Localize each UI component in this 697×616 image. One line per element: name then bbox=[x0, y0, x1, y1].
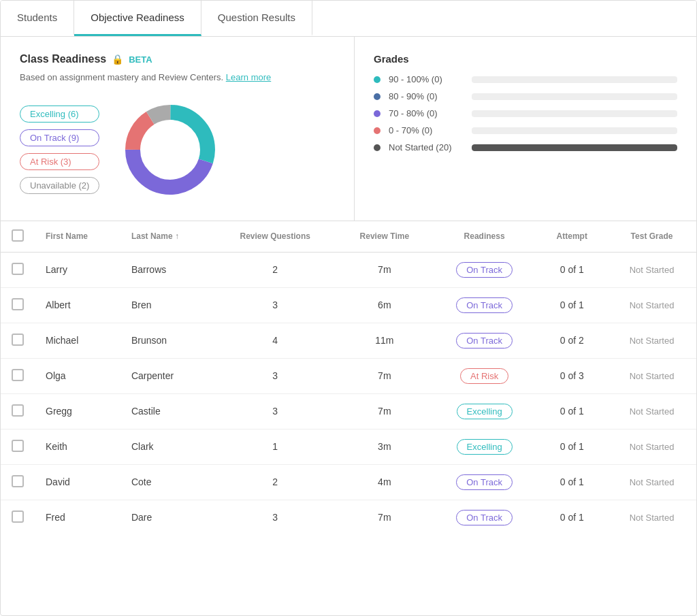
cell-readiness: Excelling bbox=[432, 393, 537, 429]
grade-dot-3 bbox=[374, 127, 380, 134]
grade-dot-2 bbox=[374, 110, 380, 117]
summary-section: Class Readiness 🔒 BETA Based on assignme… bbox=[1, 37, 696, 221]
cell-test-grade: Not Started bbox=[607, 252, 696, 287]
badge-at-risk[interactable]: At Risk (3) bbox=[20, 153, 99, 170]
cell-first-name: Michael bbox=[35, 323, 120, 358]
cell-first-name: Keith bbox=[35, 429, 120, 464]
grade-bar-container-3 bbox=[472, 127, 677, 134]
tab-objective-readiness[interactable]: Objective Readiness bbox=[74, 1, 201, 36]
table-row: Larry Barrows 2 7m On Track 0 of 1 Not S… bbox=[1, 252, 696, 287]
tab-question-results[interactable]: Question Results bbox=[201, 1, 312, 36]
cell-attempt: 0 of 3 bbox=[536, 358, 607, 393]
grade-bar-4 bbox=[472, 144, 677, 151]
learn-more-link[interactable]: Learn more bbox=[226, 72, 271, 82]
cell-last-name: Barrows bbox=[120, 252, 214, 287]
row-checkbox-7[interactable] bbox=[12, 510, 24, 523]
readiness-content: Excelling (6) On Track (9) At Risk (3) U… bbox=[20, 95, 335, 204]
table-header-row: First Name Last Name ↑ Review Questions … bbox=[1, 221, 696, 253]
row-checkbox-cell bbox=[1, 393, 35, 429]
main-container: Students Objective Readiness Question Re… bbox=[0, 0, 697, 616]
cell-review-time: 7m bbox=[337, 393, 432, 429]
badge-excelling[interactable]: Excelling (6) bbox=[20, 106, 99, 123]
cell-review-questions: 3 bbox=[214, 287, 337, 323]
cell-last-name: Brunson bbox=[120, 323, 214, 358]
readiness-badge-1[interactable]: On Track bbox=[456, 297, 513, 313]
table-row: Michael Brunson 4 11m On Track 0 of 2 No… bbox=[1, 323, 696, 358]
cell-last-name: Bren bbox=[120, 287, 214, 323]
cell-test-grade: Not Started bbox=[607, 429, 696, 464]
cell-first-name: Albert bbox=[35, 287, 120, 323]
readiness-badge-6[interactable]: On Track bbox=[456, 474, 513, 490]
grade-label-4: Not Started (20) bbox=[389, 142, 464, 152]
cell-test-grade: Not Started bbox=[607, 287, 696, 323]
tab-students[interactable]: Students bbox=[1, 1, 74, 36]
row-checkbox-3[interactable] bbox=[12, 369, 24, 381]
row-checkbox-6[interactable] bbox=[12, 475, 24, 487]
row-checkbox-2[interactable] bbox=[12, 334, 24, 346]
grade-row-2: 70 - 80% (0) bbox=[374, 108, 677, 118]
grade-row-3: 0 - 70% (0) bbox=[374, 125, 677, 135]
lock-icon: 🔒 bbox=[112, 54, 123, 65]
select-all-checkbox[interactable] bbox=[12, 229, 24, 242]
readiness-badge-5[interactable]: Excelling bbox=[457, 439, 513, 455]
row-checkbox-5[interactable] bbox=[12, 440, 24, 452]
cell-review-time: 4m bbox=[337, 464, 432, 500]
cell-attempt: 0 of 1 bbox=[536, 500, 607, 535]
readiness-badge-0[interactable]: On Track bbox=[456, 262, 513, 278]
th-first-name: First Name bbox=[35, 221, 120, 253]
grade-label-1: 80 - 90% (0) bbox=[389, 91, 464, 101]
row-checkbox-cell bbox=[1, 287, 35, 323]
cell-review-questions: 2 bbox=[214, 252, 337, 287]
readiness-badge-2[interactable]: On Track bbox=[456, 333, 513, 348]
readiness-badge-3[interactable]: At Risk bbox=[460, 368, 508, 384]
row-checkbox-4[interactable] bbox=[12, 404, 24, 417]
cell-review-time: 6m bbox=[337, 287, 432, 323]
grade-bar-container-1 bbox=[472, 93, 677, 100]
beta-badge: BETA bbox=[129, 54, 152, 65]
th-review-questions: Review Questions bbox=[214, 221, 337, 253]
badges-list: Excelling (6) On Track (9) At Risk (3) U… bbox=[20, 106, 99, 194]
th-readiness: Readiness bbox=[432, 221, 537, 253]
cell-last-name: Carpenter bbox=[120, 358, 214, 393]
grades-panel: Grades 90 - 100% (0) 80 - 90% (0) 70 - 8… bbox=[355, 37, 696, 221]
cell-review-questions: 3 bbox=[214, 393, 337, 429]
class-readiness-header: Class Readiness 🔒 BETA bbox=[20, 53, 335, 65]
cell-review-questions: 2 bbox=[214, 464, 337, 500]
cell-first-name: Gregg bbox=[35, 393, 120, 429]
grade-label-2: 70 - 80% (0) bbox=[389, 108, 464, 118]
table-row: Albert Bren 3 6m On Track 0 of 1 Not Sta… bbox=[1, 287, 696, 323]
cell-readiness: On Track bbox=[432, 464, 537, 500]
row-checkbox-cell bbox=[1, 429, 35, 464]
grade-label-3: 0 - 70% (0) bbox=[389, 125, 464, 135]
readiness-badge-7[interactable]: On Track bbox=[456, 510, 513, 525]
cell-readiness: At Risk bbox=[432, 358, 537, 393]
grade-row-1: 80 - 90% (0) bbox=[374, 91, 677, 101]
row-checkbox-0[interactable] bbox=[12, 263, 24, 275]
cell-first-name: Fred bbox=[35, 500, 120, 535]
cell-readiness: Excelling bbox=[432, 429, 537, 464]
class-readiness-title: Class Readiness bbox=[20, 53, 106, 65]
badge-unavailable[interactable]: Unavailable (2) bbox=[20, 177, 99, 194]
th-test-grade: Test Grade bbox=[607, 221, 696, 253]
cell-review-time: 3m bbox=[337, 429, 432, 464]
grade-row-0: 90 - 100% (0) bbox=[374, 74, 677, 84]
th-attempt: Attempt bbox=[536, 221, 607, 253]
th-review-time: Review Time bbox=[337, 221, 432, 253]
student-table-section: First Name Last Name ↑ Review Questions … bbox=[1, 221, 696, 535]
th-checkbox bbox=[1, 221, 35, 253]
cell-review-time: 11m bbox=[337, 323, 432, 358]
row-checkbox-cell bbox=[1, 464, 35, 500]
readiness-badge-4[interactable]: Excelling bbox=[457, 404, 513, 419]
cell-readiness: On Track bbox=[432, 500, 537, 535]
cell-test-grade: Not Started bbox=[607, 500, 696, 535]
cell-last-name: Clark bbox=[120, 429, 214, 464]
badge-on-track[interactable]: On Track (9) bbox=[20, 129, 99, 146]
cell-review-time: 7m bbox=[337, 252, 432, 287]
cell-first-name: Larry bbox=[35, 252, 120, 287]
row-checkbox-1[interactable] bbox=[12, 298, 24, 310]
th-last-name[interactable]: Last Name ↑ bbox=[120, 221, 214, 253]
cell-first-name: Olga bbox=[35, 358, 120, 393]
cell-first-name: David bbox=[35, 464, 120, 500]
cell-attempt: 0 of 2 bbox=[536, 323, 607, 358]
row-checkbox-cell bbox=[1, 500, 35, 535]
